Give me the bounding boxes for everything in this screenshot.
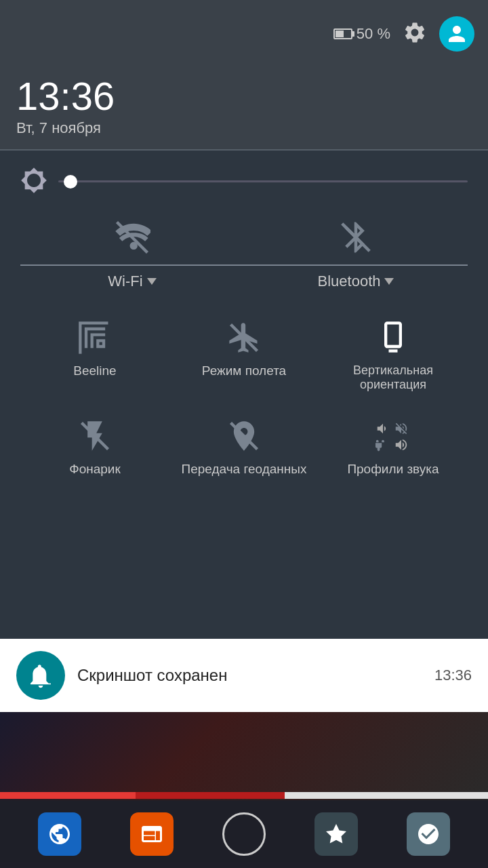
beeline-icon	[75, 317, 115, 358]
wifi-dropdown-arrow[interactable]	[147, 278, 157, 285]
wallpaper-bottom	[0, 712, 488, 800]
brightness-slider[interactable]	[58, 180, 468, 182]
flashlight-icon	[75, 416, 115, 456]
quick-tiles-grid: Beeline Режим полета Вертикальнаяорие	[20, 311, 468, 484]
svg-rect-5	[389, 349, 398, 352]
wifi-icon-area	[108, 217, 156, 258]
dock-icon-5[interactable]	[407, 812, 450, 856]
airplane-label: Режим полета	[202, 363, 286, 379]
wifi-label: Wi-Fi	[108, 273, 142, 290]
progress-bars	[0, 792, 488, 799]
notification-title: Скриншот сохранен	[77, 666, 422, 685]
tile-geo[interactable]: Передача геоданных	[169, 409, 319, 484]
battery-container: 50 %	[333, 25, 390, 43]
airplane-icon	[224, 317, 264, 358]
notification-area[interactable]: Скриншот сохранен 13:36	[0, 639, 488, 712]
bluetooth-divider	[244, 264, 468, 266]
brightness-icon	[20, 167, 47, 197]
orientation-label: Вертикальнаяориентация	[353, 363, 433, 393]
clock-time: 13:36	[16, 75, 472, 118]
battery-percent: 50 %	[357, 25, 390, 43]
svg-rect-3	[386, 323, 401, 347]
battery-icon	[333, 28, 352, 39]
dock-icon-1[interactable]	[38, 812, 81, 856]
wifi-divider	[20, 264, 244, 266]
dock-icon-2[interactable]	[130, 812, 174, 856]
dock-icon-4[interactable]	[314, 812, 358, 856]
user-avatar[interactable]	[439, 16, 474, 52]
dock-bar	[0, 800, 488, 868]
geo-icon	[224, 416, 264, 456]
connectivity-row: Wi-Fi Bluetooth	[20, 217, 468, 290]
tile-sound-profiles[interactable]: Профили звука	[319, 409, 468, 484]
geo-label: Передача геоданных	[182, 462, 307, 477]
tile-beeline[interactable]: Beeline	[20, 311, 169, 399]
settings-icon[interactable]	[403, 20, 427, 47]
progress-bar-2	[136, 792, 285, 799]
notification-time: 13:36	[434, 667, 472, 684]
tile-airplane[interactable]: Режим полета	[169, 311, 319, 399]
wifi-tile[interactable]: Wi-Fi	[20, 217, 244, 290]
bluetooth-icon-area	[332, 217, 380, 258]
tile-flashlight[interactable]: Фонарик	[20, 409, 169, 484]
brightness-row[interactable]	[20, 167, 468, 197]
bluetooth-dropdown-arrow[interactable]	[384, 278, 394, 285]
dock-icon-home[interactable]	[222, 812, 266, 856]
bluetooth-label-row: Bluetooth	[318, 273, 394, 290]
clock-date: Вт, 7 ноября	[16, 119, 472, 137]
notification-icon	[16, 651, 65, 700]
progress-bar-1	[0, 792, 136, 799]
sound-profiles-icon	[373, 416, 413, 456]
quick-settings-panel: Wi-Fi Bluetooth	[0, 151, 488, 498]
wifi-label-row: Wi-Fi	[108, 273, 156, 290]
tile-orientation[interactable]: Вертикальнаяориентация	[319, 311, 468, 399]
bluetooth-label: Bluetooth	[318, 273, 381, 290]
orientation-icon	[373, 317, 413, 358]
progress-bar-3	[285, 792, 488, 799]
flashlight-label: Фонарик	[69, 462, 121, 477]
bluetooth-tile[interactable]: Bluetooth	[244, 217, 468, 290]
beeline-label: Beeline	[73, 363, 116, 379]
brightness-thumb	[64, 175, 77, 189]
status-bar: 50 %	[0, 0, 488, 68]
sound-profiles-label: Профили звука	[347, 462, 439, 477]
clock-area: 13:36 Вт, 7 ноября	[0, 68, 488, 149]
